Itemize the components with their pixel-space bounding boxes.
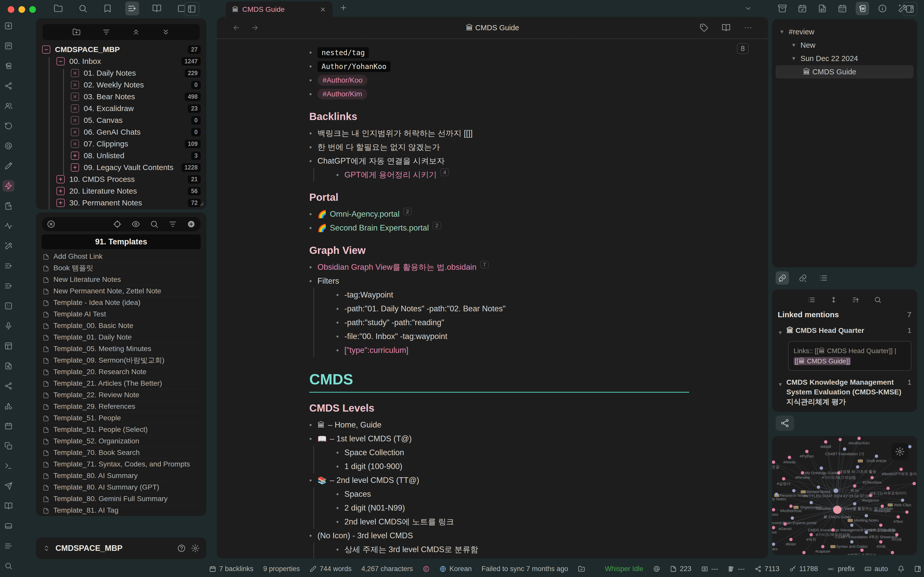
ribbon-text-lines-icon[interactable] xyxy=(3,540,15,552)
template-item[interactable]: Template_29. References xyxy=(43,401,200,413)
status-item-744-words[interactable]: 744 words xyxy=(310,565,352,573)
tab-cmds-guide[interactable]: 🏛 CMDS Guide xyxy=(226,2,333,18)
collapse-triangle-icon[interactable]: ▼ xyxy=(779,29,785,35)
template-item[interactable]: Template_09. Sermon(바람빛교회) xyxy=(43,355,200,366)
template-item[interactable]: Template_70. Book Search xyxy=(43,447,200,459)
search-icon[interactable] xyxy=(874,296,882,304)
status-item[interactable] xyxy=(578,566,585,572)
review-tree-item[interactable]: ▼#review xyxy=(775,25,913,39)
template-item[interactable]: Template_51. People xyxy=(43,413,200,424)
file-01-icon[interactable] xyxy=(816,2,829,15)
ribbon-mic-icon[interactable] xyxy=(3,320,15,332)
ribbon-send-icon[interactable] xyxy=(3,480,15,492)
status-item-11788[interactable]: 11788 xyxy=(789,565,818,573)
tree-item-07-clippings[interactable]: ×07. Clippings109 xyxy=(42,138,201,150)
x-box-icon[interactable]: × xyxy=(71,81,79,89)
status-item-4-267-characters[interactable]: 4,267 characters xyxy=(361,565,413,573)
link-out-icon[interactable] xyxy=(796,271,809,285)
template-item[interactable]: New Permanent Note, Zettel Note xyxy=(43,285,200,297)
review-tree-item[interactable]: ▼New xyxy=(775,39,913,52)
arrows-updown-icon[interactable] xyxy=(830,296,837,304)
tree-item-cmdspace-mbp[interactable]: −CMDSPACE_MBP27 xyxy=(42,44,201,55)
close-window-button[interactable] xyxy=(8,6,15,13)
template-item[interactable]: Template_22. Review Note xyxy=(43,389,200,401)
status-item[interactable] xyxy=(653,566,660,572)
calendar-check-icon[interactable] xyxy=(796,2,809,15)
chevron-down-icon[interactable]: ▼ xyxy=(778,328,783,337)
ribbon-zap-icon[interactable] xyxy=(3,180,15,192)
search-icon[interactable] xyxy=(76,2,90,15)
search-icon[interactable] xyxy=(150,220,158,229)
template-item[interactable]: Template_52. Organization xyxy=(43,435,200,447)
template-item[interactable]: Template_01. Daily Note xyxy=(43,332,200,343)
ribbon-at-sign-icon[interactable] xyxy=(3,140,15,152)
template-item[interactable]: Book 템플릿 xyxy=(43,262,200,274)
tree-item-09-legacy-vault-contents[interactable]: +09. Legacy Vault Contents1228 xyxy=(42,161,201,173)
status-item-auto[interactable]: auto xyxy=(864,565,888,573)
ribbon-wand-icon[interactable] xyxy=(3,240,15,252)
template-item[interactable]: Template_80. AI Summary (GPT) xyxy=(43,482,200,493)
help-icon[interactable] xyxy=(177,544,186,553)
folder-toggle-icon[interactable]: + xyxy=(57,175,65,183)
template-item[interactable]: Template AI Test xyxy=(43,308,200,320)
review-tree-item[interactable]: ▼Sun Dec 22 2024 xyxy=(775,52,913,65)
list-item[interactable]: •GPT에게 용어정리 시키기4 xyxy=(336,168,689,182)
list-plus-icon[interactable] xyxy=(125,2,139,15)
template-item[interactable]: Template_51. People (Select) xyxy=(43,424,200,435)
block-link-count-badge[interactable]: 8 xyxy=(737,43,749,54)
ribbon-users-icon[interactable] xyxy=(3,100,15,112)
ribbon-dice-icon[interactable] xyxy=(3,300,15,312)
linked-mention-group[interactable]: ▼🏛 CMDS Head Quarter1 xyxy=(778,326,911,337)
chevrons-up-icon[interactable] xyxy=(132,28,140,36)
ribbon-copy-icon[interactable] xyxy=(3,440,15,452)
crosshair-icon[interactable] xyxy=(113,220,122,229)
plus-circle-icon[interactable] xyxy=(187,220,195,229)
chevron-down-icon[interactable]: ▼ xyxy=(778,380,783,389)
collapse-triangle-icon[interactable]: ▼ xyxy=(791,42,796,48)
folder-toggle-icon[interactable]: + xyxy=(71,163,79,172)
x-box-icon[interactable]: × xyxy=(71,140,79,148)
status-item-7113[interactable]: 7113 xyxy=(754,565,780,573)
status-item-cmds-hq-macbook-[interactable]: CMDS HQ (MacBook) xyxy=(914,565,924,573)
template-item[interactable]: Template_20. Research Note xyxy=(43,366,200,378)
filter-lines-icon[interactable] xyxy=(102,28,110,36)
back-button[interactable] xyxy=(232,24,241,32)
clear-search-icon[interactable] xyxy=(47,220,55,229)
ribbon-book-open-icon[interactable] xyxy=(3,500,15,512)
book-open-icon[interactable] xyxy=(150,2,164,15)
tab-list-chevron[interactable] xyxy=(744,5,752,12)
status-item-223[interactable]: 223 xyxy=(670,565,691,573)
ribbon-pen-icon[interactable] xyxy=(3,160,15,172)
review-tree-item[interactable]: 🏛 CMDS Guide xyxy=(775,65,913,79)
local-graph-panel[interactable]: #distill#Author/Kim#PythonCS4BT Foundati… xyxy=(772,436,917,555)
status-item-7-backlinks[interactable]: 7 backlinks xyxy=(209,565,254,573)
template-item[interactable]: Template_21. Articles (The Better) xyxy=(43,378,200,389)
folder-toggle-icon[interactable]: + xyxy=(57,199,65,207)
ribbon-terminal-icon[interactable] xyxy=(3,460,15,472)
template-item[interactable]: Template_80. AI Summary xyxy=(43,470,200,482)
tree-item-05-canvas[interactable]: ×05. Canvas0 xyxy=(42,114,201,126)
info-icon[interactable] xyxy=(876,2,889,15)
linked-mention-group[interactable]: ▼CMDS Knowledge Management System Evalua… xyxy=(778,377,911,407)
folder-toggle-icon[interactable]: − xyxy=(42,45,50,53)
cards-star-icon[interactable] xyxy=(856,2,869,15)
ribbon-clipboard-out-icon[interactable] xyxy=(3,200,15,212)
tree-item-04-excalidraw[interactable]: ×04. Excalidraw23 xyxy=(42,103,201,114)
graph-section-button[interactable] xyxy=(775,416,794,431)
ribbon-shapes-icon[interactable] xyxy=(3,400,15,412)
ribbon-file-search-icon[interactable] xyxy=(3,360,15,372)
status-item-failed-to-sync-7-months-ago[interactable]: Failed to sync 7 months ago xyxy=(481,565,568,573)
ribbon-card-bottom-icon[interactable] xyxy=(3,520,15,532)
folder-toggle-icon[interactable]: + xyxy=(71,152,79,160)
ribbon-undo-icon[interactable] xyxy=(3,120,15,132)
sort-asc-icon[interactable] xyxy=(852,296,859,304)
collapse-triangle-icon[interactable]: ▼ xyxy=(791,55,796,61)
ribbon-list-plus-icon[interactable] xyxy=(3,280,15,292)
ribbon-calendar-icon[interactable] xyxy=(3,420,15,432)
status-item-prefix[interactable]: ABCprefix xyxy=(828,565,855,573)
graph-settings-gear-icon[interactable] xyxy=(892,443,908,460)
status-item[interactable] xyxy=(898,566,905,572)
mention-snippet[interactable]: Links:: [[🏛 CMDS Head Quarter]] | [[🏛 CM… xyxy=(788,341,911,371)
vault-switcher[interactable]: CMDSPACE_MBP xyxy=(36,538,206,559)
right-sidebar-toggle-button[interactable] xyxy=(903,2,918,16)
